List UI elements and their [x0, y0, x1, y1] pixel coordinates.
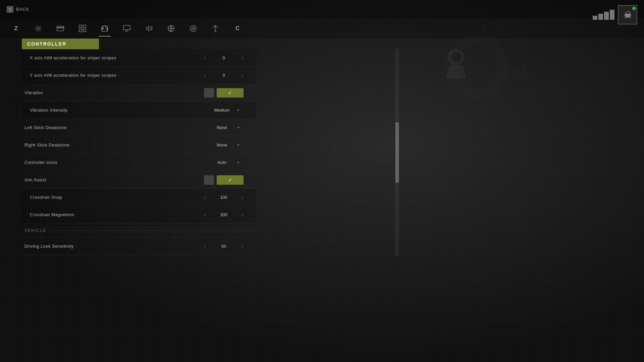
right-stick-arrow-icon: ▾ — [237, 143, 239, 147]
x-axis-sniper-value-area: ‹ 0 › — [194, 55, 254, 60]
controller-icons-label: Controller icons — [24, 160, 194, 165]
toggle-off-side — [204, 88, 214, 98]
nav-bar: Z — [0, 18, 644, 39]
x-axis-sniper-right[interactable]: › — [240, 56, 245, 60]
rank-bar-3 — [604, 12, 609, 20]
controller-icons-dropdown[interactable]: Auto ▾ — [209, 160, 239, 165]
left-stick-label: Left Stick Deadzone — [24, 125, 194, 130]
toggle-check-icon: ✓ — [228, 90, 232, 96]
svg-point-11 — [106, 28, 107, 29]
crosshair-magnetism-label: Crosshair Magnetism — [30, 212, 194, 217]
svg-point-22 — [518, 72, 522, 75]
vehicle-section-divider: Vehicle — [22, 224, 257, 238]
nav-globe-icon[interactable] — [165, 22, 177, 35]
nav-z-icon[interactable]: Z — [10, 22, 22, 35]
y-axis-sniper-value-area: ‹ 0 › — [194, 73, 254, 78]
aim-assist-check-icon: ✓ — [228, 177, 232, 183]
vibration-intensity-value-area: Medium ▾ — [194, 108, 254, 113]
back-label: BACK — [16, 7, 29, 12]
y-axis-sniper-label: Y axis AIM acceleration for sniper scope… — [30, 73, 194, 78]
scrollbar-thumb[interactable] — [395, 122, 399, 183]
svg-rect-12 — [123, 25, 130, 30]
crosshair-snap-value-area: ‹ 100 › — [194, 195, 254, 200]
settings-list: X axis AIM acceleration for sniper scope… — [22, 49, 257, 255]
right-stick-value: None — [209, 142, 235, 147]
avatar-container[interactable]: ☠ — [618, 5, 637, 24]
crosshair-snap-value: 100 — [210, 195, 237, 200]
setting-row-controller-icons: Controller icons Auto ▾ — [22, 154, 257, 171]
left-stick-arrow-icon: ▾ — [237, 126, 239, 129]
aim-assist-value-area: ✓ — [194, 175, 254, 185]
dropdown-arrow-icon: ▾ — [237, 108, 239, 112]
setting-row-aim-assist: Aim Assist ✓ — [22, 171, 257, 189]
vibration-toggle[interactable]: ✓ — [204, 88, 244, 98]
nav-gear-icon[interactable] — [32, 22, 44, 35]
x-axis-sniper-label: X axis AIM acceleration for sniper scope… — [30, 55, 194, 60]
svg-rect-5 — [83, 25, 86, 28]
setting-row-vibration-intensity: Vibration Intensity Medium ▾ — [22, 102, 257, 119]
y-axis-sniper-value: 0 — [210, 73, 237, 78]
x-axis-sniper-left[interactable]: ‹ — [202, 56, 208, 60]
nav-target-icon[interactable] — [187, 22, 199, 35]
aim-assist-toggle[interactable]: ✓ — [204, 175, 244, 185]
nav-monitor-icon[interactable] — [121, 22, 133, 35]
aim-assist-toggle-off — [204, 175, 214, 185]
setting-row-driving-look: Driving Look Sensitivity ‹ 50 › — [22, 238, 257, 255]
svg-rect-6 — [79, 29, 82, 32]
svg-rect-2 — [57, 26, 64, 31]
back-icon — [7, 6, 13, 13]
controller-icons-value-area: Auto ▾ — [194, 160, 254, 165]
right-stick-dropdown[interactable]: None ▾ — [209, 142, 239, 147]
driving-look-value: 50 — [210, 244, 237, 249]
svg-point-1 — [37, 27, 40, 30]
online-indicator — [632, 7, 636, 10]
vibration-intensity-label: Vibration Intensity — [30, 108, 194, 113]
setting-row-right-stick: Right Stick Deadzone None ▾ — [22, 136, 257, 154]
vehicle-section-label: Vehicle — [24, 228, 46, 233]
left-stick-dropdown[interactable]: None ▾ — [209, 125, 239, 130]
y-axis-sniper-left[interactable]: ‹ — [202, 73, 208, 78]
vehicle-divider-line — [50, 230, 254, 231]
setting-row-vibration: Vibration ✓ — [22, 84, 257, 102]
back-button[interactable]: BACK — [7, 6, 29, 13]
settings-panel: CONTROLLER X axis AIM acceleration for s… — [22, 39, 267, 352]
avatar-skull-icon: ☠ — [624, 9, 632, 20]
vibration-value-area: ✓ — [194, 88, 254, 98]
rank-bar-1 — [593, 16, 597, 20]
right-stick-value-area: None ▾ — [194, 142, 254, 147]
rank-bar-4 — [610, 10, 614, 20]
svg-point-19 — [451, 52, 461, 62]
nav-group-icon[interactable] — [76, 22, 89, 35]
nav-accessibility-icon[interactable] — [209, 22, 221, 35]
driving-look-label: Driving Look Sensitivity — [24, 244, 194, 249]
driving-look-value-area: ‹ 50 › — [194, 244, 254, 249]
svg-rect-7 — [83, 29, 86, 32]
svg-rect-3 — [57, 27, 64, 28]
crosshair-magnetism-left[interactable]: ‹ — [202, 213, 208, 217]
section-header: CONTROLLER — [22, 39, 99, 49]
driving-look-left[interactable]: ‹ — [202, 244, 208, 249]
driving-look-right[interactable]: › — [240, 244, 245, 249]
nav-audio-icon[interactable] — [143, 22, 155, 35]
rank-bars — [593, 10, 614, 20]
left-stick-value-area: None ▾ — [194, 125, 254, 130]
crosshair-snap-left[interactable]: ‹ — [202, 195, 208, 200]
crosshair-magnetism-right[interactable]: › — [240, 213, 245, 217]
nav-c-icon[interactable]: C — [231, 22, 244, 35]
crosshair-magnetism-value: 100 — [210, 212, 237, 217]
setting-row-left-stick: Left Stick Deadzone None ▾ — [22, 119, 257, 136]
profile-area: ☠ — [593, 5, 637, 24]
rank-bar-2 — [598, 14, 603, 20]
vibration-intensity-value: Medium — [209, 108, 235, 113]
nav-controller-icon[interactable] — [99, 22, 111, 35]
setting-row-crosshair-snap: Crosshair Snap ‹ 100 › — [22, 189, 257, 206]
setting-row-y-axis-sniper: Y axis AIM acceleration for sniper scope… — [22, 67, 257, 84]
nav-card-icon[interactable] — [54, 22, 66, 35]
controller-icons-arrow-icon: ▾ — [237, 161, 239, 164]
y-axis-sniper-right[interactable]: › — [240, 73, 245, 78]
crosshair-snap-right[interactable]: › — [240, 195, 245, 200]
vibration-intensity-dropdown[interactable]: Medium ▾ — [209, 108, 239, 113]
vibration-label: Vibration — [24, 90, 194, 95]
svg-point-17 — [215, 25, 216, 26]
svg-point-10 — [106, 28, 106, 28]
